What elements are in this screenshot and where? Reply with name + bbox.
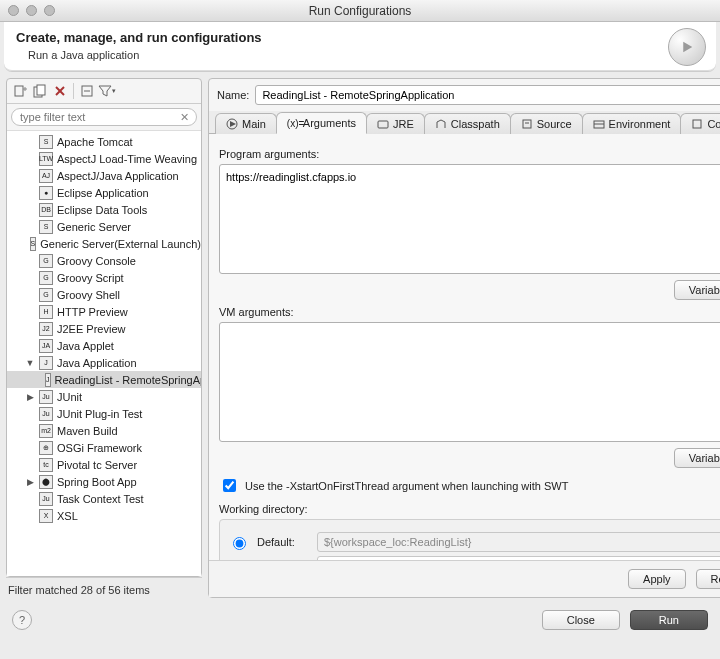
server-icon: S bbox=[30, 237, 37, 251]
tree-item-label: JUnit Plug-in Test bbox=[57, 408, 142, 420]
tree-item-label: Pivotal tc Server bbox=[57, 459, 137, 471]
tree-item[interactable]: DBEclipse Data Tools bbox=[7, 201, 201, 218]
tree-item-label: J2EE Preview bbox=[57, 323, 125, 335]
tab-environment[interactable]: Environment bbox=[582, 113, 682, 134]
junit-icon: Ju bbox=[39, 492, 53, 506]
swt-checkbox[interactable] bbox=[223, 479, 236, 492]
tree-item[interactable]: tcPivotal tc Server bbox=[7, 456, 201, 473]
tab-jre[interactable]: JRE bbox=[366, 113, 425, 134]
tree-item-label: Groovy Script bbox=[57, 272, 124, 284]
applet-icon: JA bbox=[39, 339, 53, 353]
run-hero-icon bbox=[668, 28, 706, 66]
j2ee-icon: J2 bbox=[39, 322, 53, 336]
common-tab-icon bbox=[691, 118, 703, 130]
name-label: Name: bbox=[217, 89, 249, 101]
tree-item[interactable]: GGroovy Script bbox=[7, 269, 201, 286]
dialog-subtitle: Run a Java application bbox=[28, 49, 704, 61]
tree-item[interactable]: JuJUnit Plug-in Test bbox=[7, 405, 201, 422]
tree-item[interactable]: ▼JJava Application bbox=[7, 354, 201, 371]
swt-checkbox-label[interactable]: Use the -XstartOnFirstThread argument wh… bbox=[245, 480, 568, 492]
xsl-icon: X bbox=[39, 509, 53, 523]
disclosure-icon[interactable]: ▶ bbox=[25, 392, 35, 402]
tree-item[interactable]: m2Maven Build bbox=[7, 422, 201, 439]
filter-menu-button[interactable]: ▾ bbox=[98, 82, 116, 100]
tab-arguments[interactable]: (x)=Arguments bbox=[276, 112, 367, 134]
titlebar: Run Configurations bbox=[0, 0, 720, 22]
delete-config-button[interactable] bbox=[51, 82, 69, 100]
vm-args-variables-button[interactable]: Variables... bbox=[674, 448, 720, 468]
tree-item[interactable]: SGeneric Server bbox=[7, 218, 201, 235]
tab-source[interactable]: Source bbox=[510, 113, 583, 134]
tc-icon: tc bbox=[39, 458, 53, 472]
apply-button[interactable]: Apply bbox=[628, 569, 686, 589]
name-input[interactable] bbox=[255, 85, 720, 105]
tree-item[interactable]: LTWAspectJ Load-Time Weaving bbox=[7, 150, 201, 167]
tree-item[interactable]: SGeneric Server(External Launch) bbox=[7, 235, 201, 252]
program-args-label: Program arguments: bbox=[219, 148, 720, 160]
config-tree[interactable]: SApache TomcatLTWAspectJ Load-Time Weavi… bbox=[7, 130, 201, 576]
tree-item[interactable]: AJAspectJ/Java Application bbox=[7, 167, 201, 184]
tree-item-label: JUnit bbox=[57, 391, 82, 403]
tree-item[interactable]: J2J2EE Preview bbox=[7, 320, 201, 337]
vm-args-input[interactable] bbox=[219, 322, 720, 442]
tree-item-label: Spring Boot App bbox=[57, 476, 137, 488]
clear-filter-icon[interactable]: ✕ bbox=[177, 110, 191, 124]
tree-item[interactable]: XXSL bbox=[7, 507, 201, 524]
server-icon: S bbox=[39, 135, 53, 149]
tree-item-label: ReadingList - RemoteSpringApplication bbox=[55, 374, 202, 386]
wd-default-label[interactable]: Default: bbox=[257, 536, 309, 548]
tree-item[interactable]: JuTask Context Test bbox=[7, 490, 201, 507]
dialog-title: Create, manage, and run configurations bbox=[16, 30, 704, 45]
filter-input[interactable] bbox=[11, 108, 197, 126]
ltw-icon: LTW bbox=[39, 152, 53, 166]
tab-bar: Main(x)=ArgumentsJREClasspathSourceEnvir… bbox=[209, 111, 720, 134]
tree-item[interactable]: ⊕OSGi Framework bbox=[7, 439, 201, 456]
environment-tab-icon bbox=[593, 118, 605, 130]
groovy-icon: G bbox=[39, 288, 53, 302]
run-button[interactable]: Run bbox=[630, 610, 708, 630]
program-args-input[interactable] bbox=[219, 164, 720, 274]
tab-main[interactable]: Main bbox=[215, 113, 277, 134]
program-args-variables-button[interactable]: Variables... bbox=[674, 280, 720, 300]
classpath-tab-icon bbox=[435, 118, 447, 130]
tree-item[interactable]: JAJava Applet bbox=[7, 337, 201, 354]
disclosure-icon[interactable]: ▼ bbox=[25, 358, 35, 368]
tree-item[interactable]: ▶⬤Spring Boot App bbox=[7, 473, 201, 490]
duplicate-config-button[interactable] bbox=[31, 82, 49, 100]
disclosure-icon[interactable]: ▶ bbox=[25, 477, 35, 487]
tree-item-label: Task Context Test bbox=[57, 493, 144, 505]
tree-item[interactable]: GGroovy Console bbox=[7, 252, 201, 269]
tree-item[interactable]: JReadingList - RemoteSpringApplication bbox=[7, 371, 201, 388]
tree-item-label: Maven Build bbox=[57, 425, 118, 437]
osgi-icon: ⊕ bbox=[39, 441, 53, 455]
revert-button[interactable]: Revert bbox=[696, 569, 720, 589]
close-button[interactable]: Close bbox=[542, 610, 620, 630]
groovy-icon: G bbox=[39, 271, 53, 285]
main-tab-icon bbox=[226, 118, 238, 130]
vm-args-label: VM arguments: bbox=[219, 306, 720, 318]
tree-item[interactable]: SApache Tomcat bbox=[7, 133, 201, 150]
tab-label: Classpath bbox=[451, 118, 500, 130]
server-icon: S bbox=[39, 220, 53, 234]
tree-item-label: OSGi Framework bbox=[57, 442, 142, 454]
svg-marker-11 bbox=[230, 121, 236, 127]
tree-item-label: Java Application bbox=[57, 357, 137, 369]
tree-item-label: XSL bbox=[57, 510, 78, 522]
wd-default-radio[interactable] bbox=[233, 537, 246, 550]
tree-item[interactable]: GGroovy Shell bbox=[7, 286, 201, 303]
tree-item[interactable]: ●Eclipse Application bbox=[7, 184, 201, 201]
junit-icon: Ju bbox=[39, 407, 53, 421]
collapse-all-button[interactable] bbox=[78, 82, 96, 100]
http-icon: H bbox=[39, 305, 53, 319]
tree-item[interactable]: HHTTP Preview bbox=[7, 303, 201, 320]
help-icon[interactable]: ? bbox=[12, 610, 32, 630]
groovy-icon: G bbox=[39, 254, 53, 268]
tab-label: Common bbox=[707, 118, 720, 130]
tab-classpath[interactable]: Classpath bbox=[424, 113, 511, 134]
new-config-button[interactable] bbox=[11, 82, 29, 100]
tree-item[interactable]: ▶JuJUnit bbox=[7, 388, 201, 405]
tree-item-label: Eclipse Application bbox=[57, 187, 149, 199]
tab-common[interactable]: Common bbox=[680, 113, 720, 134]
aj-icon: AJ bbox=[39, 169, 53, 183]
arguments-panel: Program arguments: Variables... VM argum… bbox=[209, 134, 720, 560]
